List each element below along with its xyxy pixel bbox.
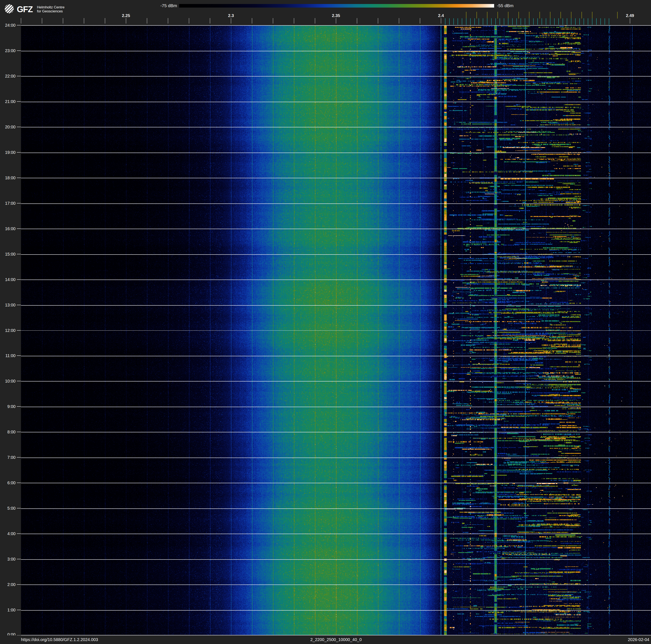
time-axis-label: 18:00 (0, 175, 16, 180)
time-axis-tick (17, 432, 21, 432)
time-axis-label: 23:00 (0, 48, 16, 53)
ble-channel-tick (445, 18, 445, 25)
time-axis-tick (17, 533, 21, 534)
ble-channel-tick (596, 18, 597, 25)
ble-channel-tick (525, 18, 525, 25)
wifi-channel-tick (592, 12, 592, 19)
time-axis-tick (17, 101, 21, 102)
time-axis-label: 20:00 (0, 124, 16, 129)
freq-minor-tick (63, 18, 63, 24)
footer-doi: https://doi.org/10.5880/GFZ.1.2.2024.003 (21, 637, 98, 642)
ble-channel-tick (558, 18, 559, 25)
freq-minor-tick (441, 18, 441, 24)
wifi-channel-tick (476, 12, 477, 19)
freq-axis-label: 2.3 (228, 13, 234, 18)
ble-channel-tick (504, 18, 504, 25)
time-axis-tick (17, 305, 21, 305)
freq-minor-tick (21, 18, 21, 24)
freq-minor-tick (315, 18, 315, 24)
time-axis-label: 4:00 (0, 531, 16, 536)
freq-axis-label: 2.35 (332, 13, 340, 18)
ble-channel-tick (474, 18, 475, 25)
freq-axis-label: 2.4 (438, 13, 444, 18)
ble-channel-tick (487, 18, 488, 25)
freq-minor-tick (378, 18, 378, 24)
colorbar-max-label: -55 dBm (497, 3, 514, 8)
freq-minor-tick (168, 18, 168, 24)
freq-minor-tick (252, 18, 252, 24)
ble-channel-tick (563, 18, 563, 25)
time-axis-tick (17, 152, 21, 153)
time-axis-tick (17, 584, 21, 585)
ble-channel-tick (592, 18, 592, 25)
time-axis-label: 14:00 (0, 277, 16, 282)
time-axis-tick (17, 406, 21, 407)
ble-channel-tick (550, 18, 550, 25)
ble-channel-tick (541, 18, 542, 25)
ble-channel-tick (588, 18, 588, 25)
footer-bar: https://doi.org/10.5880/GFZ.1.2.2024.003… (0, 635, 651, 644)
spectrogram-report: GFZ Helmholtz Centre for Geosciences -75… (0, 0, 651, 644)
ble-channel-tick (466, 18, 466, 25)
wifi-channel-tick (497, 12, 498, 19)
freq-minor-tick (147, 18, 147, 24)
wifi-channel-tick (487, 12, 488, 19)
wifi-channel-tick (466, 12, 466, 19)
freq-minor-tick (630, 18, 630, 24)
time-axis-tick (17, 279, 21, 280)
ble-channel-tick (604, 18, 605, 25)
colorbar-min-label: -75 dBm (135, 3, 177, 8)
ble-channel-tick (491, 18, 492, 25)
freq-minor-tick (210, 18, 210, 24)
ble-channel-tick (571, 18, 571, 25)
wifi-channel-tick (617, 12, 618, 19)
ble-channel-tick (517, 18, 517, 25)
gfz-wordmark: GFZ (17, 5, 33, 14)
time-axis-tick (17, 25, 21, 25)
org-line2: for Geosciences (37, 9, 64, 13)
time-axis-tick (17, 330, 21, 331)
freq-minor-tick (273, 18, 273, 24)
time-axis-label: 21:00 (0, 99, 16, 104)
wifi-channel-tick (539, 12, 540, 19)
freq-minor-tick (42, 18, 42, 24)
time-axis-label: 2:00 (0, 582, 16, 587)
ble-channel-tick (546, 18, 546, 25)
time-axis-tick (17, 482, 21, 483)
ble-channel-tick (584, 18, 584, 25)
time-axis-label: 3:00 (0, 557, 16, 562)
gfz-org-name: Helmholtz Centre for Geosciences (37, 5, 64, 13)
time-axis-label: 7:00 (0, 455, 16, 460)
ble-channel-tick (512, 18, 513, 25)
wifi-channel-tick (560, 12, 561, 19)
wifi-channel-tick (571, 12, 571, 19)
freq-minor-tick (189, 18, 189, 24)
ble-channel-tick (495, 18, 496, 25)
ble-channel-tick (508, 18, 508, 25)
time-axis-tick (17, 457, 21, 458)
wifi-channel-tick (529, 12, 529, 19)
ble-channel-tick (529, 18, 529, 25)
ble-channel-tick (470, 18, 471, 25)
time-axis-tick (17, 381, 21, 381)
ble-channel-tick (462, 18, 462, 25)
ble-channel-tick (600, 18, 601, 25)
time-axis-label: 12:00 (0, 328, 16, 333)
freq-minor-tick (231, 18, 231, 24)
freq-axis-label: 2.49 (626, 13, 634, 18)
gfz-globe-icon (5, 4, 14, 13)
ble-channel-tick (609, 18, 609, 25)
ble-channel-tick (483, 18, 483, 25)
time-axis-tick (17, 254, 21, 254)
ble-channel-tick (575, 18, 576, 25)
ble-channel-tick (537, 18, 538, 25)
freq-minor-tick (336, 18, 336, 24)
ble-channel-tick (449, 18, 450, 25)
freq-axis-label: 2.25 (122, 13, 130, 18)
freq-minor-tick (126, 18, 126, 24)
time-axis-tick (17, 178, 21, 178)
ble-channel-tick (521, 18, 521, 25)
freq-minor-tick (420, 18, 420, 24)
time-axis-label: 5:00 (0, 506, 16, 511)
freq-minor-tick (294, 18, 294, 24)
